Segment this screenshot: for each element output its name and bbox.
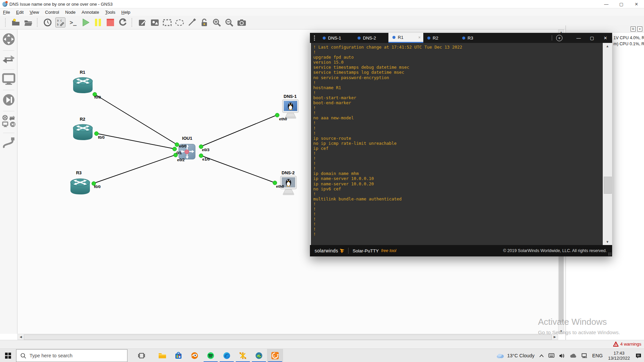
stop-icon[interactable] [106, 18, 115, 27]
scrollbar-thumb[interactable] [604, 177, 612, 194]
tab-r2[interactable]: R2 [423, 33, 458, 43]
menu-annotate[interactable]: Annotate [78, 10, 102, 15]
taskbar-app-chameleon[interactable] [251, 349, 267, 362]
scroll-left-icon[interactable]: ◀ [19, 335, 22, 339]
putty-minimize-icon[interactable]: — [572, 36, 585, 41]
float-panel-icon[interactable]: ⧉ [631, 26, 636, 32]
menu-edit[interactable]: Edit [13, 10, 26, 15]
zoom-out-icon[interactable] [224, 18, 234, 27]
node-router-r1[interactable] [72, 76, 94, 96]
menu-file[interactable]: File [0, 10, 13, 15]
putty-maximize-icon[interactable]: ▢ [585, 36, 599, 41]
tray-expand-chevron[interactable] [537, 349, 546, 362]
taskbar-app-gns3[interactable] [235, 349, 251, 362]
session-dot-icon [392, 36, 395, 39]
browse-security-devices-icon[interactable] [2, 94, 15, 108]
solar-putty-window: DNS-1 DNS-2 R1 × R2 R3 + — ▢ ✕ ! Last co… [310, 33, 612, 256]
taskbar-app-file-explorer[interactable] [154, 349, 170, 362]
taskbar-app-microsoft-store[interactable] [170, 349, 186, 362]
window-title: DNS Issue name one by one or one over on… [9, 2, 113, 7]
network-tray[interactable] [579, 349, 590, 362]
blender-icon [191, 352, 198, 359]
menu-view[interactable]: View [26, 10, 42, 15]
add-link-icon[interactable] [2, 136, 15, 151]
tab-dns2[interactable]: DNS-2 [354, 33, 388, 43]
show-interface-labels-icon[interactable]: a cb [55, 17, 65, 27]
new-project-icon[interactable] [11, 18, 20, 27]
terminal-scrollbar[interactable]: ▲ ▼ [603, 43, 612, 245]
start-button[interactable] [0, 349, 16, 362]
draw-rectangle-icon[interactable] [162, 18, 172, 27]
browse-all-devices-icon[interactable] [2, 115, 16, 129]
zoom-in-icon[interactable] [212, 18, 221, 27]
node-router-r3[interactable] [69, 178, 91, 197]
putty-footer: solarwinds Solar-PuTTY free tool © 2019 … [310, 245, 612, 256]
onedrive-tray[interactable] [567, 349, 579, 362]
tab-menu-kebab-icon[interactable] [310, 33, 319, 43]
weather-text: 13°C Cloudy [507, 353, 535, 358]
notification-icon [635, 353, 642, 359]
solarwinds-arrow-icon [339, 248, 345, 253]
snapshot-icon[interactable] [43, 18, 52, 27]
taskbar-app-blender[interactable] [186, 349, 203, 362]
canvas-horizontal-scrollbar[interactable]: ◀ ▶ [17, 334, 558, 340]
browse-end-devices-icon[interactable] [2, 73, 15, 86]
clock[interactable]: 17:43 13/12/2022 [605, 351, 633, 361]
new-session-icon[interactable]: + [556, 35, 562, 41]
browse-routers-icon[interactable] [2, 33, 15, 47]
computer-icon [280, 99, 301, 119]
task-view-button[interactable] [133, 349, 150, 362]
taskbar-app-spotify[interactable] [203, 349, 219, 362]
lock-icon[interactable] [200, 18, 209, 27]
taskbar-app-edge[interactable] [219, 349, 235, 362]
reload-icon[interactable] [118, 18, 127, 27]
pause-icon[interactable] [93, 18, 103, 27]
browse-switches-icon[interactable] [2, 54, 15, 66]
port-label: e1/0 [202, 157, 210, 161]
search-input[interactable]: Type here to search [16, 349, 127, 362]
tab-r1-active[interactable]: R1 × [388, 33, 423, 43]
start-icon[interactable] [81, 18, 90, 27]
node-router-r2[interactable] [72, 123, 94, 143]
draw-ellipse-icon[interactable] [175, 18, 184, 27]
tab-dns1[interactable]: DNS-1 [319, 33, 354, 43]
session-dot-icon [323, 37, 326, 40]
volume-tray[interactable] [557, 349, 567, 362]
close-panel-icon[interactable]: ✕ [637, 26, 642, 32]
scrollbar-thumb[interactable] [24, 335, 552, 340]
menu-tools[interactable]: Tools [102, 10, 118, 15]
toolbar-separator [5, 18, 7, 27]
scroll-right-icon[interactable]: ▶ [553, 335, 556, 339]
tab-close-icon[interactable]: × [418, 35, 421, 40]
scroll-down-icon[interactable]: ▼ [558, 329, 564, 333]
language-indicator[interactable]: ENG [590, 349, 605, 362]
console-icon[interactable]: >_ [68, 18, 78, 27]
draw-line-icon[interactable] [187, 18, 197, 27]
resize-grip[interactable] [608, 252, 611, 256]
notification-center[interactable] [633, 349, 644, 362]
menu-help[interactable]: Help [118, 10, 133, 15]
warnings-indicator[interactable]: 4 warnings [613, 342, 641, 347]
putty-close-icon[interactable]: ✕ [599, 36, 612, 41]
touch-keyboard-tray[interactable] [546, 349, 557, 362]
onedrive-cloud-icon [570, 353, 577, 358]
menu-node[interactable]: Node [62, 10, 78, 15]
node-label: R3 [76, 170, 82, 175]
node-label: IOU1 [182, 136, 192, 141]
scroll-up-icon[interactable]: ▲ [603, 44, 612, 48]
tab-label: DNS-2 [363, 36, 376, 41]
add-note-icon[interactable] [138, 18, 147, 27]
open-project-icon[interactable] [23, 18, 33, 27]
tab-r3[interactable]: R3 [458, 33, 493, 43]
screenshot-icon[interactable] [237, 18, 246, 27]
maximize-button[interactable]: ▢ [614, 0, 629, 8]
menu-control[interactable]: Control [42, 10, 62, 15]
insert-image-icon[interactable] [150, 18, 159, 27]
weather-cloud-icon [496, 353, 504, 359]
weather-indicator[interactable]: 13°C Cloudy [493, 349, 537, 362]
minimize-button[interactable]: — [599, 0, 614, 8]
scroll-down-icon[interactable]: ▼ [603, 240, 612, 244]
close-button[interactable]: ✕ [629, 0, 644, 8]
terminal[interactable]: ! Last configuration change at 17:41:52 … [310, 43, 603, 245]
taskbar-app-solar-putty[interactable]: >_ [267, 349, 283, 362]
